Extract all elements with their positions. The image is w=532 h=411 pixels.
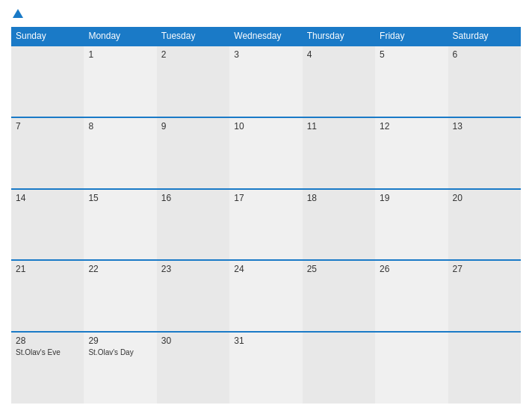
calendar-cell — [448, 332, 521, 404]
day-number: 6 — [453, 49, 516, 60]
calendar-cell: 18 — [303, 189, 375, 261]
calendar-event: St.Olav's Day — [88, 347, 152, 357]
calendar-cell: 6 — [448, 46, 521, 117]
calendar-body: 1234567891011121314151617181920212223242… — [11, 46, 521, 404]
weekday-header-row: SundayMondayTuesdayWednesdayThursdayFrid… — [11, 27, 521, 46]
calendar-cell: 19 — [375, 189, 448, 261]
calendar-week-row: 14151617181920 — [11, 189, 521, 261]
calendar-week-row: 123456 — [11, 46, 521, 117]
calendar-cell: 8 — [84, 117, 156, 189]
calendar-cell: 9 — [157, 117, 229, 189]
calendar-cell: 31 — [229, 332, 302, 404]
day-number: 4 — [307, 49, 371, 60]
weekday-header-sunday: Sunday — [11, 27, 84, 46]
calendar-cell — [303, 332, 375, 404]
calendar-cell: 11 — [303, 117, 375, 189]
calendar-cell: 26 — [375, 260, 448, 332]
calendar-cell: 20 — [448, 189, 521, 261]
day-number: 1 — [88, 49, 152, 60]
calendar-cell — [375, 332, 448, 404]
calendar-cell: 14 — [11, 189, 84, 261]
day-number: 10 — [234, 121, 297, 132]
day-number: 25 — [307, 264, 371, 274]
day-number: 22 — [88, 264, 152, 274]
calendar-cell: 3 — [229, 46, 302, 117]
calendar-week-row: 78910111213 — [11, 117, 521, 189]
weekday-header-tuesday: Tuesday — [157, 27, 229, 46]
calendar-week-row: 21222324252627 — [11, 260, 521, 332]
calendar-cell: 27 — [448, 260, 521, 332]
calendar-cell: 1 — [84, 46, 156, 117]
day-number: 13 — [453, 121, 516, 132]
day-number: 21 — [16, 264, 79, 274]
day-number: 8 — [88, 121, 152, 132]
weekday-header-thursday: Thursday — [303, 27, 375, 46]
weekday-header-friday: Friday — [375, 27, 448, 46]
day-number: 15 — [88, 193, 152, 203]
calendar-cell: 28St.Olav's Eve — [11, 332, 84, 404]
calendar-cell: 10 — [229, 117, 302, 189]
day-number: 18 — [307, 193, 371, 203]
day-number: 12 — [380, 121, 443, 132]
calendar-cell: 23 — [157, 260, 229, 332]
calendar-cell: 5 — [375, 46, 448, 117]
day-number: 17 — [234, 193, 297, 203]
calendar-cell — [11, 46, 84, 117]
calendar-cell: 21 — [11, 260, 84, 332]
calendar-event: St.Olav's Eve — [16, 347, 79, 357]
calendar-cell: 2 — [157, 46, 229, 117]
weekday-header-saturday: Saturday — [448, 27, 521, 46]
day-number: 2 — [161, 49, 225, 60]
day-number: 28 — [16, 336, 79, 346]
day-number: 30 — [161, 336, 225, 346]
day-number: 26 — [380, 264, 443, 274]
calendar-cell: 16 — [157, 189, 229, 261]
day-number: 7 — [16, 121, 79, 132]
calendar-cell: 12 — [375, 117, 448, 189]
calendar-cell: 17 — [229, 189, 302, 261]
page-header — [11, 7, 521, 22]
calendar-cell: 25 — [303, 260, 375, 332]
calendar-cell: 13 — [448, 117, 521, 189]
day-number: 11 — [307, 121, 371, 132]
day-number: 16 — [161, 193, 225, 203]
weekday-header-wednesday: Wednesday — [229, 27, 302, 46]
day-number: 31 — [234, 336, 297, 346]
calendar-cell: 22 — [84, 260, 156, 332]
calendar-cell: 7 — [11, 117, 84, 189]
day-number: 19 — [380, 193, 443, 203]
calendar-cell: 30 — [157, 332, 229, 404]
day-number: 9 — [161, 121, 225, 132]
calendar-cell: 24 — [229, 260, 302, 332]
weekday-header-monday: Monday — [84, 27, 156, 46]
day-number: 14 — [16, 193, 79, 203]
day-number: 3 — [234, 49, 297, 60]
calendar-cell: 15 — [84, 189, 156, 261]
calendar-week-row: 28St.Olav's Eve29St.Olav's Day3031 — [11, 332, 521, 404]
day-number: 27 — [453, 264, 516, 274]
day-number: 24 — [234, 264, 297, 274]
day-number: 5 — [380, 49, 443, 60]
day-number: 29 — [88, 336, 152, 346]
calendar-cell: 29St.Olav's Day — [84, 332, 156, 404]
calendar-table: SundayMondayTuesdayWednesdayThursdayFrid… — [11, 27, 521, 404]
day-number: 20 — [453, 193, 516, 203]
logo-triangle-icon — [13, 9, 23, 18]
logo — [11, 10, 23, 19]
calendar-cell: 4 — [303, 46, 375, 117]
day-number: 23 — [161, 264, 225, 274]
